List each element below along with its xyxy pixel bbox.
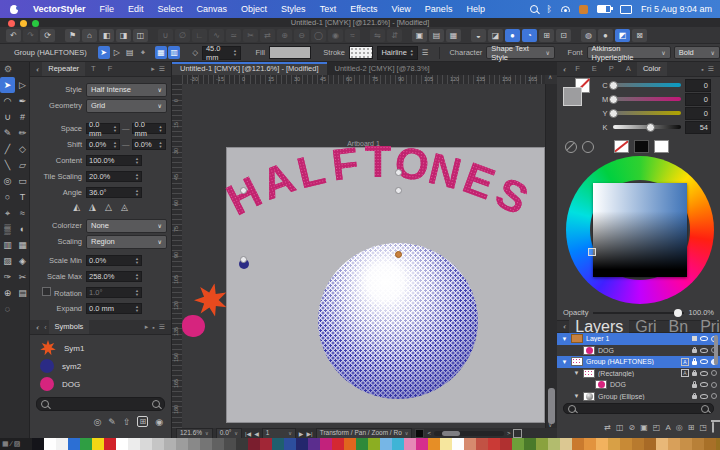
- palette-swatch[interactable]: [440, 438, 452, 450]
- tab-p[interactable]: P: [603, 62, 620, 76]
- scale-max-field[interactable]: 258.0%▲▼: [86, 271, 142, 282]
- panel-menu-icon[interactable]: ☰: [159, 65, 165, 73]
- tool-zoom-tool[interactable]: ◌: [0, 301, 15, 317]
- search-options-icon[interactable]: [701, 405, 709, 413]
- attributes-icon[interactable]: A: [681, 369, 689, 377]
- tile-scaling-field[interactable]: 20.0%▲▼: [86, 171, 142, 182]
- visibility-icon[interactable]: [700, 394, 708, 399]
- panel-dock-icon[interactable]: ◐: [36, 66, 40, 73]
- tab-bn[interactable]: Bn: [663, 320, 695, 334]
- palette-swatch[interactable]: [332, 438, 344, 450]
- channel-value[interactable]: 54: [685, 121, 711, 134]
- tool-brush[interactable]: ✎: [0, 125, 15, 141]
- tool-line[interactable]: ╲: [0, 157, 15, 173]
- color-picker-icon[interactable]: [582, 141, 594, 153]
- select-tool-button[interactable]: ➤: [98, 46, 110, 59]
- tab-f[interactable]: F: [102, 62, 119, 76]
- palette-swatch[interactable]: [284, 438, 296, 450]
- palette-swatch[interactable]: [260, 438, 272, 450]
- shift-y-field[interactable]: 0.0%▲▼: [132, 139, 166, 150]
- palette-swatch[interactable]: [500, 438, 512, 450]
- layer-options-icon[interactable]: ⇄: [604, 423, 611, 432]
- opacity-knob[interactable]: [674, 309, 682, 317]
- wifi-icon[interactable]: [561, 6, 570, 12]
- panel-menu-icon[interactable]: ☰: [159, 323, 165, 331]
- layers-scrollbar-thumb[interactable]: [714, 335, 718, 365]
- tool-settings-gear-icon[interactable]: ⚙: [0, 64, 34, 77]
- palette-swatch[interactable]: [392, 438, 404, 450]
- style-select[interactable]: Half Intense∨: [86, 83, 167, 97]
- tab-a[interactable]: A: [620, 62, 637, 76]
- tool-eyedropper[interactable]: ✑: [0, 269, 15, 285]
- swatch-pattern-icon[interactable]: ▨: [14, 440, 21, 448]
- tab-e[interactable]: E: [586, 62, 603, 76]
- hue-ring-selector[interactable]: [588, 248, 596, 256]
- tool-blend[interactable]: ◐: [15, 221, 30, 237]
- tab-symbols[interactable]: Symbols: [49, 320, 90, 334]
- scaling-select[interactable]: Region∨: [86, 235, 167, 249]
- scroll-down-icon[interactable]: ∨: [548, 421, 552, 428]
- panel-dock-icon[interactable]: ◐: [563, 66, 567, 73]
- colorizer-select[interactable]: None∨: [86, 219, 167, 233]
- content-field[interactable]: 100.0%▲▼: [86, 155, 142, 166]
- tool-lasso[interactable]: ◠: [0, 93, 15, 109]
- move-layer-icon[interactable]: ◳: [699, 423, 707, 432]
- lock-icon[interactable]: [692, 384, 697, 388]
- menu-item-canvas[interactable]: Canvas: [190, 4, 235, 14]
- palette-swatch[interactable]: [452, 438, 464, 450]
- none-swatch[interactable]: [614, 140, 629, 153]
- isolate-layers-button[interactable]: ◩: [615, 29, 630, 42]
- search-options-icon[interactable]: [152, 400, 160, 408]
- scroll-up-icon[interactable]: ∧: [548, 73, 552, 80]
- attributes-icon[interactable]: A: [681, 358, 689, 366]
- text-grid-button[interactable]: ▦: [446, 29, 461, 42]
- palette-swatch[interactable]: [212, 438, 224, 450]
- text-flow-button[interactable]: ▤: [429, 29, 444, 42]
- palette-swatch[interactable]: [632, 438, 644, 450]
- select-circle-icon[interactable]: [711, 382, 717, 388]
- import-button[interactable]: ⌂: [82, 29, 97, 42]
- palette-swatch[interactable]: [656, 438, 668, 450]
- delete-layer-icon[interactable]: [712, 423, 714, 432]
- spotlight-search-icon[interactable]: [530, 5, 538, 13]
- panel-collapse-icon[interactable]: ‹: [44, 324, 46, 331]
- copy-style-icon[interactable]: ◰: [653, 423, 661, 432]
- palette-swatch[interactable]: [416, 438, 428, 450]
- opacity-slider[interactable]: [593, 312, 683, 314]
- menu-item-select[interactable]: Select: [151, 4, 190, 14]
- tool-text-tool[interactable]: T: [15, 189, 30, 205]
- edit-style-button[interactable]: ⊠: [632, 29, 647, 42]
- tool-mesh[interactable]: ▦: [15, 237, 30, 253]
- target-layer-icon[interactable]: ◎: [676, 423, 683, 432]
- menu-item-object[interactable]: Object: [234, 4, 274, 14]
- select-circle-icon[interactable]: [711, 393, 717, 399]
- text-frame-button[interactable]: ▣: [412, 29, 427, 42]
- shift-x-field[interactable]: 0.0%▲▼: [86, 139, 120, 150]
- tool-symbol-tool[interactable]: ◈: [15, 253, 30, 269]
- palette-swatch[interactable]: [188, 438, 200, 450]
- scale-min-field[interactable]: 0.0%▲▼: [86, 255, 142, 266]
- lock-icon[interactable]: [692, 349, 697, 353]
- tab-gri[interactable]: Gri: [629, 320, 662, 334]
- palette-swatch[interactable]: [308, 438, 320, 450]
- tab-repeater[interactable]: Repeater: [42, 62, 85, 76]
- tool-artboard-tool[interactable]: ▭: [15, 173, 30, 189]
- panel-add-icon[interactable]: ▪: [701, 66, 703, 73]
- palette-swatch[interactable]: [320, 438, 332, 450]
- layer-row-dog[interactable]: DOG: [557, 379, 720, 391]
- tool-hand[interactable]: ⊕: [0, 285, 15, 301]
- font-select[interactable]: Atkinson Hyperlegible∨: [587, 46, 671, 59]
- tab-layers[interactable]: Layers: [569, 320, 629, 334]
- palette-swatch[interactable]: [488, 438, 500, 450]
- palette-swatch[interactable]: [272, 438, 284, 450]
- lock-icon[interactable]: [692, 395, 697, 399]
- canvas-horizontal-scrollbar[interactable]: [434, 431, 504, 436]
- point-mode-button[interactable]: ●: [505, 29, 520, 42]
- tool-knife[interactable]: ╱: [0, 141, 15, 157]
- export-symbol-icon[interactable]: ⇧: [123, 417, 131, 427]
- menu-item-vectorstyler[interactable]: VectorStyler: [26, 4, 93, 14]
- canvas-viewport[interactable]: Artboard 1 HALFTONES: [182, 84, 545, 428]
- record-symbol-icon[interactable]: ◉: [155, 417, 163, 427]
- layer-row-dog[interactable]: DOG: [557, 345, 720, 357]
- palette-swatch[interactable]: [176, 438, 188, 450]
